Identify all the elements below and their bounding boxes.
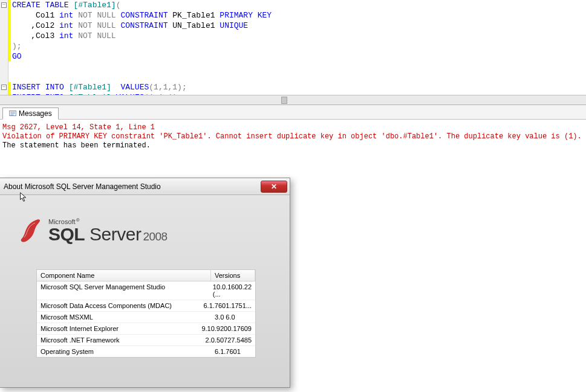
table-header: Component Name Versions xyxy=(37,270,255,281)
sql-editor[interactable]: − − CREATE TABLE [#Table1]( Col1 int NOT… xyxy=(0,0,586,105)
product-logo: Microsoft® SQL Server2008 xyxy=(18,217,280,245)
table-row[interactable]: Microsoft SQL Server Management Studio10… xyxy=(37,281,255,300)
messages-pane[interactable]: Msg 2627, Level 14, State 1, Line 1 Viol… xyxy=(0,120,586,163)
kw-create: CREATE xyxy=(12,1,41,10)
table-row[interactable]: Microsoft Internet Explorer9.10.9200.176… xyxy=(37,323,255,335)
cell-version: 10.0.1600.22 (... xyxy=(209,281,255,300)
cell-component-name: Microsoft Data Access Components (MDAC) xyxy=(37,300,200,311)
fold-icon[interactable]: − xyxy=(1,85,7,90)
fold-icon[interactable]: − xyxy=(1,2,7,8)
col-component-name: Component Name xyxy=(37,270,211,281)
cell-component-name: Microsoft MSXML xyxy=(37,312,211,323)
scroll-thumb[interactable] xyxy=(281,97,287,104)
cell-version: 3.0 6.0 xyxy=(211,312,255,323)
about-dialog: About Microsoft SQL Server Management St… xyxy=(0,178,290,388)
dialog-body: Microsoft® SQL Server2008 Component Name… xyxy=(0,195,290,387)
results-tabbar: Messages xyxy=(0,105,586,120)
close-button[interactable]: ✕ xyxy=(261,181,287,193)
messages-icon xyxy=(9,110,16,117)
cell-version: 2.0.50727.5485 xyxy=(202,335,255,345)
cell-component-name: Microsoft Internet Explorer xyxy=(37,323,198,334)
close-icon: ✕ xyxy=(271,182,277,191)
cell-version: 6.1.7601 xyxy=(211,346,255,357)
component-table[interactable]: Component Name Versions Microsoft SQL Se… xyxy=(36,269,256,358)
cell-version: 6.1.7601.1751... xyxy=(200,300,255,311)
editor-gutter: − − xyxy=(0,0,8,104)
tab-messages[interactable]: Messages xyxy=(2,108,59,120)
sql-server-icon xyxy=(18,217,42,245)
dialog-title: About Microsoft SQL Server Management St… xyxy=(4,182,161,191)
table-row[interactable]: Microsoft Data Access Components (MDAC)6… xyxy=(37,300,255,312)
col-versions: Versions xyxy=(211,270,255,281)
cell-version: 9.10.9200.17609 xyxy=(198,323,255,334)
table-row[interactable]: Microsoft MSXML3.0 6.0 xyxy=(37,312,255,323)
table-row[interactable]: Operating System6.1.7601 xyxy=(37,346,255,357)
cell-component-name: Operating System xyxy=(37,346,211,357)
cell-component-name: Microsoft SQL Server Management Studio xyxy=(37,281,209,300)
message-error-header: Msg 2627, Level 14, State 1, Line 1 xyxy=(2,123,584,132)
message-error-body: Violation of PRIMARY KEY constraint 'PK_… xyxy=(2,132,584,141)
message-terminated: The statement has been terminated. xyxy=(2,141,584,150)
dialog-titlebar[interactable]: About Microsoft SQL Server Management St… xyxy=(0,178,290,195)
kw-table: TABLE xyxy=(45,1,69,10)
editor-scrollbar[interactable] xyxy=(0,95,586,104)
table-row[interactable]: Microsoft .NET Framework2.0.50727.5485 xyxy=(37,335,255,346)
logo-sqlserver: SQL Server2008 xyxy=(48,225,168,243)
cell-component-name: Microsoft .NET Framework xyxy=(37,335,202,345)
tab-messages-label: Messages xyxy=(19,109,52,118)
